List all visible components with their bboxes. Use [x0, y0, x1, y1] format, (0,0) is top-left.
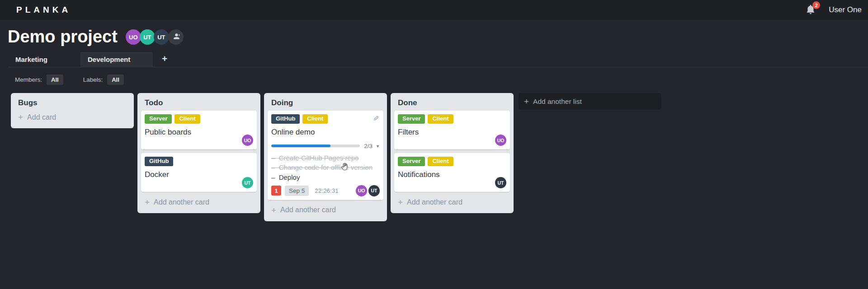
chevron-down-icon[interactable]: ▾	[377, 144, 379, 149]
project-header: Demo project UO UT UT	[0, 20, 868, 49]
notification-count-badge: 1	[271, 186, 281, 196]
members-filter-value[interactable]: All	[47, 75, 63, 85]
project-members: UO UT UT	[126, 29, 184, 45]
list-title[interactable]: Done	[394, 97, 510, 111]
labels-filter-value[interactable]: All	[107, 75, 124, 85]
card-title: Notifications	[398, 170, 506, 179]
card-label: Server	[398, 157, 425, 166]
card-docker[interactable]: GitHub Docker UT	[141, 153, 257, 192]
plus-icon: +	[271, 206, 276, 214]
add-another-card-button[interactable]: + Add another card	[268, 204, 383, 218]
member-avatar[interactable]: UT	[154, 29, 169, 45]
member-avatar[interactable]: UT	[140, 29, 155, 45]
tasks-progress: 2/3 ▾	[271, 143, 380, 149]
notifications-badge: 2	[812, 1, 820, 9]
card-member-avatar: UT	[242, 177, 253, 188]
card-label: GitHub	[145, 157, 173, 166]
card-label: GitHub	[271, 114, 300, 124]
kanban-board: Bugs + Add card Todo Server Client Publi…	[0, 93, 868, 221]
card-filters[interactable]: Server Client Filters UO	[394, 111, 510, 149]
list-doing: Doing GitHub Client ✎ Online demo 2/3 ▾ …	[264, 93, 387, 221]
user-menu[interactable]: User One	[829, 5, 862, 14]
plus-icon: +	[524, 97, 529, 106]
card-title: Public boards	[145, 128, 253, 137]
plus-icon: +	[398, 198, 403, 206]
progress-fill	[271, 144, 330, 147]
card-public-boards[interactable]: Server Client Public boards UO	[141, 111, 257, 149]
card-notifications[interactable]: Server Client Notifications UT	[394, 153, 510, 192]
list-todo: Todo Server Client Public boards UO GitH…	[137, 93, 260, 213]
card-title: Online demo	[271, 128, 380, 137]
card-label: Client	[428, 157, 453, 166]
bell-icon	[805, 9, 816, 16]
card-member-avatar: UT	[368, 185, 380, 196]
member-avatar[interactable]: UO	[126, 29, 141, 45]
card-member-avatar: UO	[495, 135, 506, 146]
filter-bar: Members: All Labels: All	[15, 75, 868, 85]
person-add-icon	[171, 32, 180, 42]
planka-logo: PLANKA	[16, 5, 71, 15]
list-title[interactable]: Todo	[141, 97, 257, 111]
add-another-list-button[interactable]: + Add another list	[519, 93, 661, 110]
timer-value: 22:26:31	[315, 187, 339, 194]
task-item: Create GitHub Pages repo	[271, 153, 380, 163]
card-member-avatar: UT	[495, 177, 506, 188]
card-footer: 1 Sep 5 22:26:31 UO UT	[271, 185, 380, 196]
add-board-button[interactable]: +	[158, 52, 171, 67]
list-bugs: Bugs + Add card	[11, 93, 134, 128]
due-date-chip: Sep 5	[285, 186, 309, 196]
add-card-button[interactable]: + Add card	[14, 111, 130, 125]
add-another-card-button[interactable]: + Add another card	[141, 196, 257, 210]
card-member-avatar: UO	[242, 135, 253, 146]
card-online-demo[interactable]: GitHub Client ✎ Online demo 2/3 ▾ Create…	[268, 111, 383, 200]
members-filter-label: Members:	[15, 76, 42, 83]
card-label: Server	[398, 114, 425, 124]
card-member-avatar: UO	[356, 185, 367, 196]
board-tabs: Marketing Development +	[8, 52, 868, 67]
notifications-button[interactable]: 2	[805, 4, 817, 16]
card-title: Filters	[398, 128, 506, 137]
task-item: Deploy	[271, 172, 380, 182]
task-list: Create GitHub Pages repo Change code for…	[271, 153, 380, 182]
progress-bar	[271, 144, 360, 147]
card-label: Server	[145, 114, 172, 124]
list-done: Done Server Client Filters UO Server Cli…	[391, 93, 514, 213]
tab-development[interactable]: Development	[80, 52, 153, 67]
plus-icon: +	[145, 198, 150, 206]
list-title[interactable]: Bugs	[14, 97, 130, 111]
labels-filter-label: Labels:	[83, 76, 103, 83]
add-another-card-button[interactable]: + Add another card	[394, 196, 510, 210]
plus-icon: +	[18, 113, 23, 121]
card-label: Client	[302, 114, 328, 124]
tab-marketing[interactable]: Marketing	[8, 52, 80, 67]
edit-card-icon[interactable]: ✎	[373, 114, 379, 123]
progress-count: 2/3	[364, 143, 373, 149]
card-label: Client	[428, 114, 453, 124]
list-title[interactable]: Doing	[268, 97, 383, 111]
app-header: PLANKA 2 User One	[0, 0, 868, 20]
card-title: Docker	[145, 170, 253, 179]
add-member-button[interactable]	[168, 29, 184, 45]
project-title[interactable]: Demo project	[8, 28, 118, 47]
task-item: Change code for offline version	[271, 163, 380, 172]
card-label: Client	[175, 114, 200, 124]
